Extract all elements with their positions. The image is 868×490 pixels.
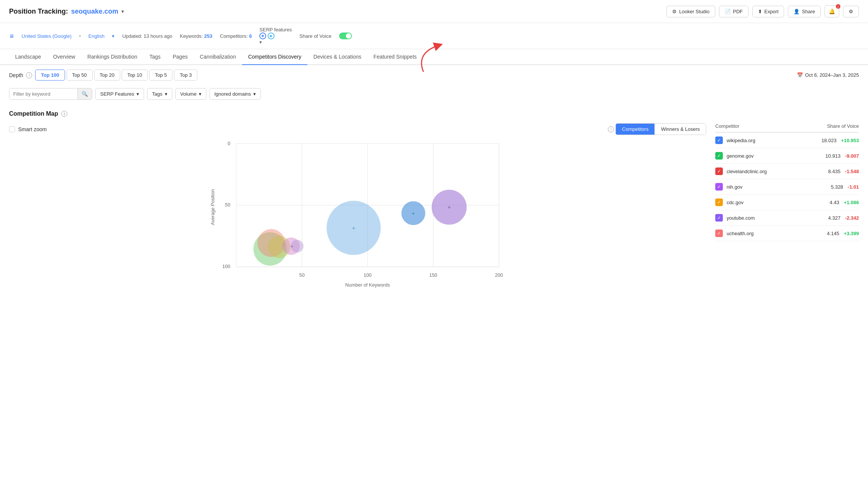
updated-text: Updated: 13 hours ago (122, 33, 172, 39)
tab-rankings-distribution[interactable]: Rankings Distribution (81, 49, 143, 65)
depth-info-icon[interactable]: i (26, 72, 32, 78)
tab-group: Competitors Winners & Losers (615, 123, 706, 135)
competitor-table: Competitor Share of Voice ✓wikipedia.org… (715, 123, 859, 291)
depth-top50[interactable]: Top 50 (67, 70, 93, 81)
depth-top20[interactable]: Top 20 (94, 70, 120, 81)
winners-losers-tab[interactable]: Winners & Losers (655, 124, 706, 135)
serp-pin-icon: ⊕ (259, 33, 266, 39)
smart-zoom-checkbox[interactable] (9, 126, 15, 132)
sov-toggle[interactable] (339, 33, 352, 39)
competitor-domain: nih.gov (727, 184, 831, 190)
smart-zoom-label: Smart zoom (18, 126, 46, 132)
tab-overview[interactable]: Overview (47, 49, 81, 65)
list-item: ✓uchealth.org4.145+3.399 (715, 226, 859, 241)
competitor-sov: 5.328 (831, 184, 843, 190)
share-icon: 👤 (794, 9, 800, 14)
depth-top100[interactable]: Top 100 (35, 70, 65, 81)
competitor-checkbox[interactable]: ✓ (715, 136, 723, 144)
svg-text:+: + (352, 225, 355, 231)
language-link[interactable]: English (88, 33, 105, 39)
depth-top10[interactable]: Top 10 (122, 70, 148, 81)
keyword-filter-input[interactable] (9, 88, 78, 99)
chart-svg-container: 0 50 100 50 100 150 200 Average Position… (9, 140, 706, 291)
volume-dropdown[interactable]: Volume ▾ (175, 88, 206, 100)
svg-text:150: 150 (429, 273, 437, 278)
serp-chevron-icon[interactable]: ▾ (259, 39, 262, 45)
toggle-switch[interactable] (339, 33, 352, 39)
tab-landscape[interactable]: Landscape (9, 49, 47, 65)
competitor-domain: cdc.gov (727, 200, 830, 205)
list-item: ✓youtube.com4.327-2.342 (715, 210, 859, 226)
gear-icon: ⚙ (849, 9, 853, 14)
depth-top5[interactable]: Top 5 (149, 70, 173, 81)
smart-zoom-row: Smart zoom i Competitors Winners & Loser… (9, 123, 706, 135)
competitors-tab[interactable]: Competitors (616, 124, 655, 135)
svg-text:+: + (448, 204, 451, 210)
looker-icon: ⚙ (672, 9, 677, 14)
svg-text:50: 50 (299, 273, 305, 278)
notification-button[interactable]: 🔔 1 (825, 5, 839, 17)
svg-text:+: + (412, 211, 415, 216)
competitors-count: 6 (249, 33, 252, 39)
list-item: ✓cdc.gov4.43+1.086 (715, 195, 859, 210)
settings-button[interactable]: ⚙ (843, 6, 859, 17)
competitor-domain: uchealth.org (727, 231, 827, 236)
location-link[interactable]: United States (Google) (22, 33, 71, 39)
svg-text:0: 0 (228, 141, 230, 146)
domain-chevron-icon[interactable]: ▾ (121, 8, 124, 14)
serp-features-dropdown[interactable]: SERP Features ▾ (95, 88, 144, 100)
chevron-down-icon: ▾ (165, 91, 167, 97)
ignored-domains-dropdown[interactable]: Ignored domains ▾ (209, 88, 261, 100)
tab-cannibalization[interactable]: Cannibalization (194, 49, 242, 65)
tab-pages[interactable]: Pages (167, 49, 194, 65)
chevron-down-icon: ▾ (199, 91, 202, 97)
competitor-sov: 10.913 (825, 153, 840, 159)
looker-studio-button[interactable]: ⚙ Looker Studio (666, 6, 715, 17)
export-button[interactable]: ⬆ Export (752, 6, 784, 17)
competitor-checkbox[interactable]: ✓ (715, 183, 723, 191)
competitor-domain: genome.gov (727, 153, 825, 159)
chart-area: Smart zoom i Competitors Winners & Loser… (9, 123, 706, 291)
keywords-count: 253 (204, 33, 212, 39)
tab-competitors-discovery[interactable]: Competitors Discovery (242, 49, 307, 65)
svg-text:100: 100 (222, 264, 230, 269)
competitor-sov: 18.023 (822, 138, 837, 143)
competitor-delta: -2.342 (845, 215, 859, 221)
depth-label: Depth (9, 72, 23, 78)
serp-diamond-icon: ◆ (267, 31, 276, 40)
nav-tabs: Landscape Overview Rankings Distribution… (0, 49, 868, 65)
competitor-checkbox[interactable]: ✓ (715, 214, 723, 222)
tab-featured-snippets[interactable]: Featured Snippets (367, 49, 423, 65)
list-item: ✓wikipedia.org18.023+10.953 (715, 133, 859, 148)
competitor-checkbox[interactable]: ✓ (715, 198, 723, 206)
section-info-icon[interactable]: i (61, 111, 67, 117)
pdf-button[interactable]: 📄 PDF (719, 6, 749, 17)
svg-text:50: 50 (225, 202, 230, 208)
chart-info-icon[interactable]: i (608, 126, 614, 132)
share-button[interactable]: 👤 Share (788, 6, 821, 17)
competitor-checkbox[interactable]: ✓ (715, 167, 723, 175)
competitor-checkbox[interactable]: ✓ (715, 229, 723, 237)
separator: • (79, 33, 81, 39)
tab-devices-locations[interactable]: Devices & Locations (307, 49, 367, 65)
date-range[interactable]: 📅 Oct 6, 2024–Jan 3, 2025 (797, 72, 859, 78)
competition-chart: 0 50 100 50 100 150 200 Average Position… (9, 140, 706, 291)
competitor-checkbox[interactable]: ✓ (715, 152, 723, 160)
keyword-search-button[interactable]: 🔍 (78, 88, 92, 99)
language-chevron-icon[interactable]: ▾ (112, 33, 115, 39)
svg-text:Average Position: Average Position (210, 189, 215, 225)
section-title: Competition Map i (9, 110, 859, 117)
chevron-down-icon: ▾ (136, 91, 139, 97)
tab-tags[interactable]: Tags (143, 49, 167, 65)
tags-dropdown[interactable]: Tags ▾ (147, 88, 172, 100)
serp-features-label: SERP features ⊕ ◆ ▾ (259, 27, 292, 45)
list-item: ✓clevelandclinic.org8.435-1.548 (715, 164, 859, 179)
competitor-domain: youtube.com (727, 215, 828, 221)
depth-top3[interactable]: Top 3 (174, 70, 197, 81)
keywords-label: Keywords: 253 (180, 33, 212, 39)
keyword-filter-wrap: 🔍 (9, 88, 92, 100)
domain-link[interactable]: seoquake.com (71, 8, 118, 16)
sub-header: 🖥 United States (Google) • English ▾ Upd… (0, 23, 868, 49)
bell-icon: 🔔 (829, 8, 835, 14)
competitor-sov: 4.43 (830, 200, 839, 205)
